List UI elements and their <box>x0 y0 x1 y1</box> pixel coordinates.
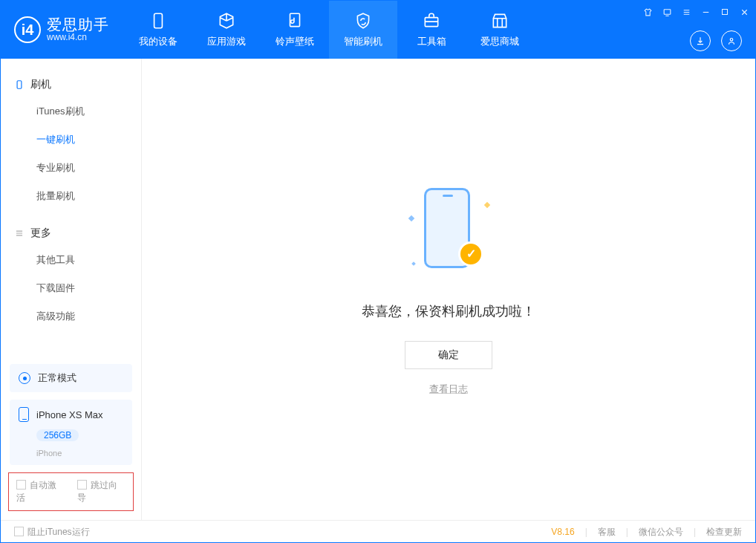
svg-point-3 <box>730 39 733 42</box>
sidebar-item-itunes-flash[interactable]: iTunes刷机 <box>1 97 141 126</box>
titlebar: i4 爱思助手 www.i4.cn 我的设备 应用游戏 铃声壁纸 智能刷机 工具… <box>1 1 755 59</box>
toolbox-icon <box>422 11 441 30</box>
nav-tab-smart-flash[interactable]: 智能刷机 <box>329 1 397 59</box>
version-label: V8.16 <box>551 527 574 537</box>
statusbar: 阻止iTunes运行 V8.16 | 客服 | 微信公众号 | 检查更新 <box>1 520 755 543</box>
footer-link-update[interactable]: 检查更新 <box>706 526 742 539</box>
ok-button[interactable]: 确定 <box>405 341 492 369</box>
device-info-card[interactable]: iPhone XS Max 256GB iPhone <box>10 400 132 465</box>
mode-icon <box>19 372 30 384</box>
sidebar-item-onekey-flash[interactable]: 一键刷机 <box>1 126 141 154</box>
check-icon: ✓ <box>458 241 483 267</box>
svg-rect-0 <box>154 13 163 28</box>
sidebar: 刷机 iTunes刷机 一键刷机 专业刷机 批量刷机 更多 其他工具 下载固件 … <box>1 59 142 520</box>
svg-rect-5 <box>723 10 728 15</box>
success-message: 恭喜您，保资料刷机成功啦！ <box>362 302 535 320</box>
logo-icon: i4 <box>14 16 41 43</box>
sidebar-item-other-tools[interactable]: 其他工具 <box>1 246 141 274</box>
nav-tab-my-device[interactable]: 我的设备 <box>124 1 192 59</box>
feedback-button[interactable] <box>660 5 674 19</box>
svg-rect-4 <box>664 9 671 13</box>
options-highlight-box: 自动激活 跳过向导 <box>8 472 134 511</box>
success-illustration: ✓ <box>408 183 489 280</box>
nav-tabs: 我的设备 应用游戏 铃声壁纸 智能刷机 工具箱 爱思商城 <box>124 1 534 59</box>
device-type: iPhone <box>36 449 123 458</box>
sidebar-item-advanced[interactable]: 高级功能 <box>1 302 141 331</box>
app-logo: i4 爱思助手 www.i4.cn <box>1 1 124 59</box>
sidebar-group-flash: 刷机 <box>1 72 141 97</box>
checkbox-auto-activate[interactable]: 自动激活 <box>16 479 65 504</box>
download-manager-button[interactable] <box>690 30 711 51</box>
menu-icon <box>14 228 25 238</box>
app-name-en: www.i4.cn <box>47 33 109 42</box>
account-button[interactable] <box>721 30 742 51</box>
device-name: iPhone XS Max <box>36 409 103 420</box>
maximize-button[interactable] <box>718 5 731 19</box>
device-icon <box>19 407 29 422</box>
shield-refresh-icon <box>353 11 373 30</box>
footer-link-support[interactable]: 客服 <box>598 526 616 539</box>
device-mode-label: 正常模式 <box>38 371 76 385</box>
sidebar-item-pro-flash[interactable]: 专业刷机 <box>1 154 141 182</box>
view-log-link[interactable]: 查看日志 <box>429 383 468 396</box>
main-content: ✓ 恭喜您，保资料刷机成功啦！ 确定 查看日志 <box>142 59 755 520</box>
svg-rect-6 <box>17 81 22 89</box>
sidebar-item-download-firmware[interactable]: 下载固件 <box>1 274 141 302</box>
sidebar-group-more: 更多 <box>1 221 141 246</box>
store-icon <box>490 11 509 30</box>
close-button[interactable] <box>737 5 751 19</box>
menu-button[interactable] <box>680 5 693 19</box>
footer-link-wechat[interactable]: 微信公众号 <box>639 526 683 539</box>
nav-tab-ringtones-wallpapers[interactable]: 铃声壁纸 <box>261 1 329 59</box>
nav-tab-store[interactable]: 爱思商城 <box>466 1 534 59</box>
nav-tab-toolbox[interactable]: 工具箱 <box>397 1 466 59</box>
app-name-cn: 爱思助手 <box>47 16 109 33</box>
checkbox-block-itunes[interactable]: 阻止iTunes运行 <box>14 526 90 539</box>
minimize-button[interactable] <box>699 5 712 19</box>
cube-icon <box>217 11 236 30</box>
skin-button[interactable] <box>641 5 654 19</box>
device-icon <box>14 78 25 91</box>
device-capacity-badge: 256GB <box>36 429 79 441</box>
checkbox-skip-guide[interactable]: 跳过向导 <box>77 479 126 504</box>
music-file-icon <box>285 11 304 30</box>
phone-icon <box>149 11 168 30</box>
device-mode-card[interactable]: 正常模式 <box>10 364 132 392</box>
sidebar-item-batch-flash[interactable]: 批量刷机 <box>1 182 141 210</box>
nav-tab-apps-games[interactable]: 应用游戏 <box>192 1 261 59</box>
